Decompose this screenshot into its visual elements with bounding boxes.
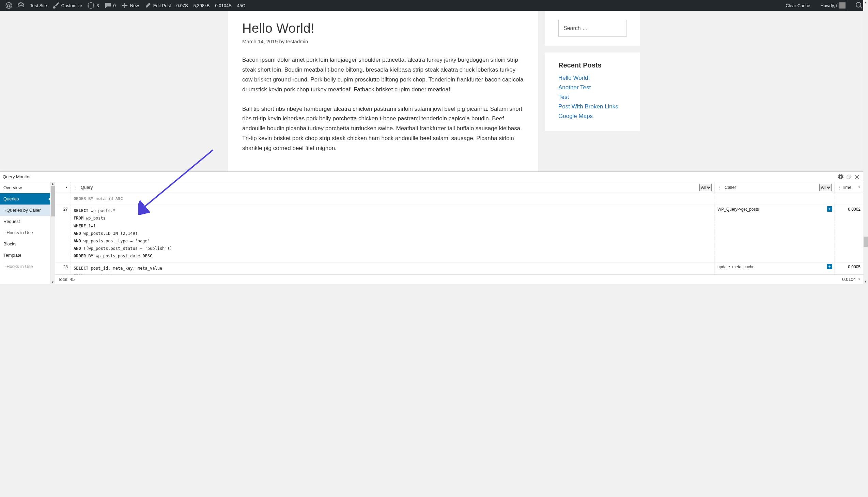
col-caller-label: Caller: [724, 185, 736, 190]
howdy-text: Howdy, t: [820, 3, 837, 8]
qm-nav-scrollbar[interactable]: ▲ ▼: [50, 182, 55, 284]
comments-link[interactable]: 0: [102, 0, 119, 11]
post-paragraph: Bacon ipsum dolor amet pork loin landjae…: [242, 55, 524, 95]
qm-table-body[interactable]: ORDER BY meta_id ASC 27 SELECT wp_posts.…: [55, 193, 863, 274]
expand-caller-button[interactable]: +: [827, 264, 832, 269]
recent-post-link[interactable]: Hello World!: [558, 75, 590, 81]
nav-queries-by-caller[interactable]: Queries by Caller: [0, 204, 50, 216]
plus-icon: [121, 2, 128, 9]
nav-queries[interactable]: Queries: [0, 193, 50, 204]
new-label: New: [130, 3, 139, 8]
qm-title-bar: Query Monitor: [0, 172, 863, 182]
scroll-down-icon[interactable]: ▼: [51, 281, 54, 284]
expand-caller-button[interactable]: +: [827, 206, 832, 212]
howdy-link[interactable]: Howdy, t: [818, 0, 848, 11]
sql-fragment: ORDER BY meta_id ASC: [74, 196, 123, 201]
avatar: [839, 2, 845, 9]
qm-nav: Overview Queries Queries by Caller Reque…: [0, 182, 50, 284]
qm-title: Query Monitor: [3, 174, 31, 179]
customize-link[interactable]: Customize: [50, 0, 85, 11]
sql-text: SELECT wp_posts.* FROM wp_posts WHERE 1=…: [74, 207, 712, 260]
qm-main: ▲ ⋮ Query All ⋮ Caller All ⋮ Time ▼: [55, 182, 863, 284]
nav-blocks[interactable]: Blocks: [0, 238, 50, 250]
updates-link[interactable]: 3: [85, 0, 102, 11]
update-icon: [88, 2, 94, 9]
qm-stat-queries[interactable]: 45Q: [234, 0, 248, 11]
new-link[interactable]: New: [119, 0, 142, 11]
footer-time: 0.0104: [842, 277, 856, 282]
col-time-label: Time: [842, 185, 851, 190]
edit-post-label: Edit Post: [153, 3, 171, 8]
qm-stat-time[interactable]: 0.07S: [174, 0, 191, 11]
page-content: Hello World! March 14, 2019 by testadmin…: [0, 11, 868, 194]
clear-cache-link[interactable]: Clear Cache: [783, 0, 813, 11]
gear-icon[interactable]: [837, 173, 845, 181]
qm-footer: Total: 45 0.0104 ▼: [55, 274, 863, 284]
edit-post-link[interactable]: Edit Post: [142, 0, 174, 11]
caller-filter-select[interactable]: All: [819, 184, 832, 191]
caller-text: update_meta_cache: [718, 265, 754, 269]
dashboard-icon[interactable]: [15, 0, 27, 11]
row-num: 27: [55, 205, 71, 262]
recent-post-link[interactable]: Another Test: [558, 84, 591, 91]
comment-icon: [105, 2, 112, 9]
svg-rect-0: [847, 176, 850, 179]
recent-post-link[interactable]: Test: [558, 94, 569, 100]
post-meta: March 14, 2019 by testadmin: [242, 39, 524, 44]
col-query: ⋮ Query All: [71, 182, 715, 193]
scroll-thumb[interactable]: [864, 237, 868, 247]
qm-stat-mem[interactable]: 5,398kB: [191, 0, 212, 11]
post-paragraph: Ball tip short ribs ribeye hamburger alc…: [242, 104, 524, 153]
wp-logo-icon[interactable]: [3, 0, 15, 11]
site-name-link[interactable]: Test Site: [27, 0, 50, 11]
nav-hooks-in-use[interactable]: Hooks in Use: [0, 227, 50, 238]
col-time[interactable]: ⋮ Time ▼: [835, 182, 863, 193]
nav-hooks-in-use-2[interactable]: Hooks in Use: [0, 261, 50, 272]
qm-stat-db[interactable]: 0.0104S: [212, 0, 234, 11]
customize-label: Customize: [61, 3, 82, 8]
qm-table-header: ▲ ⋮ Query All ⋮ Caller All ⋮ Time ▼: [55, 182, 863, 193]
caller-text: WP_Query->get_posts: [718, 207, 759, 212]
sort-desc-icon: ▼: [858, 186, 860, 189]
scroll-down-icon[interactable]: ▼: [864, 279, 867, 284]
recent-posts-widget: Recent Posts Hello World! Another Test T…: [545, 53, 640, 131]
row-num: 28: [55, 262, 71, 275]
popout-icon[interactable]: [845, 173, 853, 181]
nav-overview[interactable]: Overview: [0, 182, 50, 193]
time-value: 0.0005: [835, 262, 863, 275]
window-scrollbar[interactable]: ▲ ▼: [863, 0, 868, 284]
nav-template[interactable]: Template: [0, 250, 50, 261]
scroll-up-icon[interactable]: ▲: [864, 0, 867, 5]
table-row: ORDER BY meta_id ASC: [55, 193, 863, 205]
table-row: 27 SELECT wp_posts.* FROM wp_posts WHERE…: [55, 205, 863, 262]
pencil-icon: [145, 2, 151, 9]
comments-count: 0: [114, 3, 116, 8]
footer-total: Total: 45: [58, 277, 75, 282]
scroll-thumb[interactable]: [51, 186, 55, 216]
post-article: Hello World! March 14, 2019 by testadmin…: [228, 11, 538, 194]
sql-text: SELECT post_id, meta_key, meta_value FRO…: [74, 265, 712, 275]
nav-request[interactable]: Request: [0, 216, 50, 227]
col-query-label: Query: [81, 185, 93, 190]
table-row: 28 SELECT post_id, meta_key, meta_value …: [55, 262, 863, 275]
query-monitor-panel: Query Monitor Overview Queries Queries b…: [0, 171, 863, 284]
brush-icon: [53, 2, 59, 9]
search-input[interactable]: [558, 20, 627, 37]
updates-count: 3: [97, 3, 99, 8]
widget-title: Recent Posts: [558, 61, 627, 69]
sidebar: Recent Posts Hello World! Another Test T…: [545, 11, 640, 194]
recent-post-link[interactable]: Post With Broken Links: [558, 103, 618, 110]
col-caller: ⋮ Caller All: [715, 182, 835, 193]
scroll-up-icon[interactable]: ▲: [51, 182, 54, 185]
query-filter-select[interactable]: All: [700, 184, 712, 191]
close-icon[interactable]: [853, 173, 861, 181]
search-widget: [545, 11, 640, 46]
col-num-sort[interactable]: ▲: [55, 182, 71, 193]
recent-post-link[interactable]: Google Maps: [558, 113, 593, 119]
post-title: Hello World!: [242, 21, 524, 36]
wp-admin-bar: Test Site Customize 3 0 New Edit Post 0.…: [0, 0, 868, 11]
time-value: 0.0002: [835, 205, 863, 262]
sort-desc-icon: ▼: [858, 278, 860, 281]
